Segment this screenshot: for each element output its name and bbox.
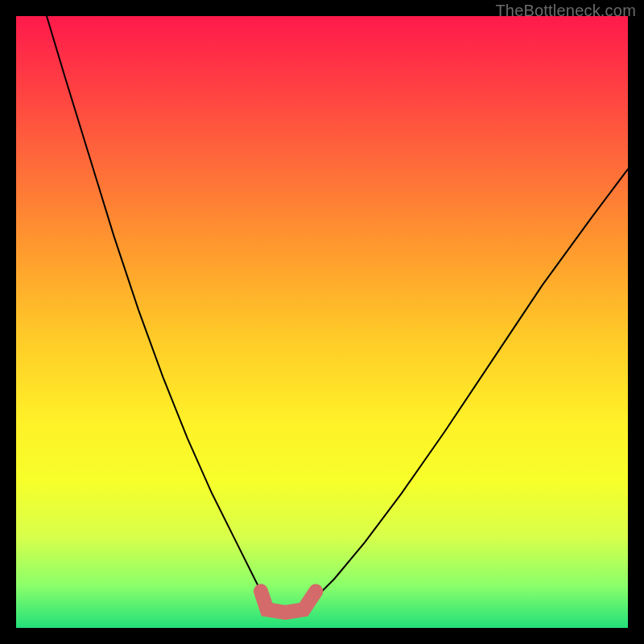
bottleneck-curve-right (310, 169, 628, 604)
curve-overlay (16, 16, 628, 628)
watermark-text: TheBottleneck.com (495, 2, 636, 20)
chart-frame: TheBottleneck.com (0, 0, 644, 644)
bottleneck-curve-left (47, 16, 267, 604)
plot-area (16, 16, 628, 628)
optimal-band-bar (261, 591, 316, 613)
